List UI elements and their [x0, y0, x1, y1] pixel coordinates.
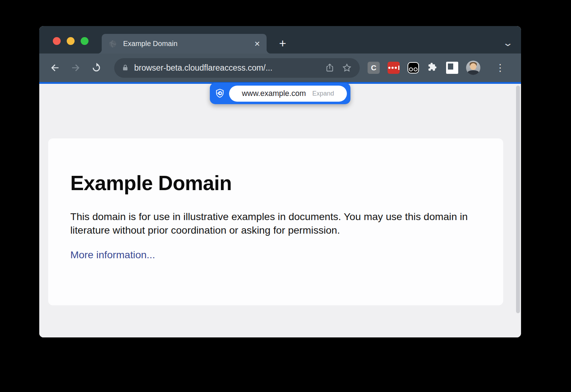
page-title: Example Domain [70, 171, 482, 195]
extensions-row: C ⋮ [368, 61, 505, 75]
lastpass-extension-icon[interactable] [388, 62, 400, 74]
isolation-banner[interactable]: www.example.com Expand [210, 83, 350, 104]
bookmark-button[interactable] [342, 63, 352, 73]
profile-avatar[interactable] [466, 61, 480, 75]
page-viewport: www.example.com Expand Example Domain Th… [39, 84, 521, 337]
back-button[interactable] [48, 61, 62, 75]
shield-arrow-icon [214, 88, 225, 99]
lock-icon[interactable] [121, 64, 129, 72]
page-paragraph: This domain is for use in illustrative e… [70, 210, 482, 237]
extensions-puzzle-icon[interactable] [427, 61, 438, 74]
globe-favicon-icon [108, 39, 117, 49]
forward-arrow-icon [70, 62, 81, 73]
browser-menu-button[interactable]: ⋮ [495, 63, 505, 73]
side-panel-extension-icon[interactable] [446, 62, 458, 74]
browser-tab[interactable]: Example Domain ✕ [102, 34, 267, 54]
window-controls [53, 37, 89, 45]
more-information-link[interactable]: More information... [70, 249, 155, 261]
forward-button[interactable] [69, 61, 83, 75]
reload-icon [91, 62, 102, 73]
goggles-extension-icon[interactable] [408, 62, 419, 73]
chevron-down-icon[interactable]: ⌄ [502, 38, 514, 47]
browser-window: Example Domain ✕ + ⌄ browse [39, 26, 521, 337]
isolated-domain-label: www.example.com [242, 89, 306, 98]
back-arrow-icon [50, 62, 60, 73]
url-text[interactable]: browser-beta.cloudflareaccess.com/... [134, 63, 318, 73]
close-tab-icon[interactable]: ✕ [254, 40, 260, 47]
page-card: Example Domain This domain is for use in… [48, 138, 503, 305]
extension-c-icon[interactable]: C [368, 62, 380, 74]
isolation-domain-pill[interactable]: www.example.com Expand [229, 86, 347, 102]
tab-strip: Example Domain ✕ + ⌄ [39, 26, 521, 54]
close-window-button[interactable] [53, 37, 61, 45]
tab-title: Example Domain [123, 40, 250, 48]
reload-button[interactable] [89, 61, 103, 75]
new-tab-button[interactable]: + [276, 36, 290, 50]
toolbar: browser-beta.cloudflareaccess.com/... C [39, 54, 521, 82]
minimize-window-button[interactable] [67, 37, 75, 45]
url-bar[interactable]: browser-beta.cloudflareaccess.com/... [114, 58, 360, 78]
share-button[interactable] [325, 63, 335, 73]
star-icon [342, 63, 352, 73]
fullscreen-window-button[interactable] [81, 37, 89, 45]
scrollbar-thumb[interactable] [516, 86, 520, 313]
expand-button[interactable]: Expand [312, 90, 334, 97]
share-icon [325, 63, 335, 73]
